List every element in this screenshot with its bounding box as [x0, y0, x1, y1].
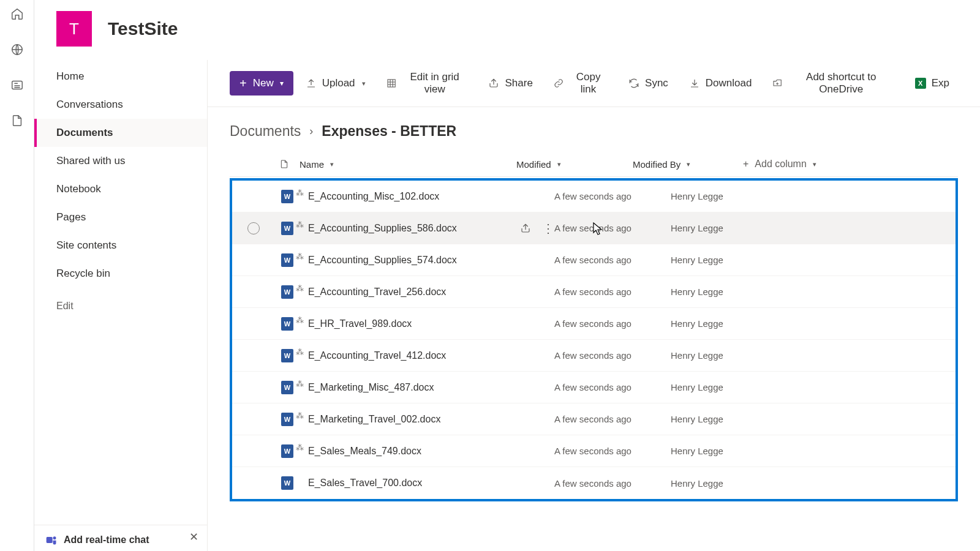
nav-edit-link[interactable]: Edit: [34, 293, 207, 320]
chevron-down-icon: ▾: [687, 160, 690, 168]
download-button[interactable]: Download: [680, 72, 761, 94]
file-modified-by: Henry Legge: [671, 223, 781, 233]
chevron-down-icon: ▾: [813, 160, 816, 168]
chevron-right-icon: ›: [309, 125, 313, 138]
site-title[interactable]: TestSite: [108, 18, 178, 39]
sync-icon: [628, 78, 639, 89]
rail-news-icon[interactable]: [10, 78, 24, 92]
nav-item-documents[interactable]: Documents: [34, 119, 207, 147]
file-modified: A few seconds ago: [554, 191, 671, 201]
command-bar: + New ▾ Upload ▾ Edit in grid view Share: [208, 60, 980, 107]
chevron-down-icon: ▾: [280, 79, 284, 88]
shortcut-icon: [772, 78, 782, 89]
excel-icon: X: [915, 78, 926, 89]
file-name[interactable]: E_Accounting_Travel_256.docx: [300, 287, 520, 298]
content-area: HomeConversationsDocumentsShared with us…: [34, 60, 980, 551]
file-name[interactable]: E_Accounting_Misc_102.docx: [300, 191, 520, 202]
copy-link-label: Copy link: [569, 71, 608, 96]
file-table: Name ▾ Modified ▾ Modified By ▾ + Add co…: [208, 152, 980, 501]
nav-item-site-contents[interactable]: Site contents: [34, 231, 207, 260]
side-navigation: HomeConversationsDocumentsShared with us…: [34, 60, 208, 551]
file-name[interactable]: E_Marketing_Travel_002.docx: [300, 414, 520, 425]
file-name[interactable]: E_Marketing_Misc_487.docx: [300, 382, 520, 393]
file-row[interactable]: ⁂E_Sales_Meals_749.docxA few seconds ago…: [232, 435, 956, 467]
file-row[interactable]: ⁂E_Accounting_Travel_412.docxA few secon…: [232, 340, 956, 372]
file-name[interactable]: E_Accounting_Supplies_586.docx: [300, 223, 520, 234]
file-row[interactable]: E_Sales_Travel_700.docxA few seconds ago…: [232, 467, 956, 499]
svg-rect-1: [12, 81, 22, 89]
upload-icon: [306, 78, 317, 89]
nav-item-shared-with-us[interactable]: Shared with us: [34, 147, 207, 175]
site-logo[interactable]: T: [56, 11, 92, 47]
file-row[interactable]: ⁂E_Accounting_Travel_256.docxA few secon…: [232, 276, 956, 308]
file-modified-by: Henry Legge: [671, 255, 781, 265]
edit-grid-label: Edit in grid view: [402, 71, 468, 96]
breadcrumb-root[interactable]: Documents: [230, 123, 301, 140]
file-row[interactable]: ⁂E_Marketing_Travel_002.docxA few second…: [232, 403, 956, 435]
file-modified-by: Henry Legge: [671, 191, 781, 201]
table-header-row: Name ▾ Modified ▾ Modified By ▾ + Add co…: [230, 152, 958, 177]
file-type-column-header[interactable]: [273, 158, 296, 170]
chat-promo-text: Add real-time chat: [64, 534, 149, 545]
file-name[interactable]: E_Accounting_Travel_412.docx: [300, 350, 520, 361]
sync-button[interactable]: Sync: [620, 72, 677, 94]
file-row[interactable]: ⁂E_Accounting_Misc_102.docxA few seconds…: [232, 181, 956, 212]
new-indicator-icon: ⁂: [296, 220, 304, 229]
download-icon: [689, 78, 700, 89]
breadcrumb-current: Expenses - BETTER: [322, 123, 456, 140]
svg-point-3: [53, 536, 56, 539]
breadcrumb: Documents › Expenses - BETTER: [208, 107, 980, 152]
copy-link-button[interactable]: Copy link: [545, 66, 616, 100]
add-column-button[interactable]: + Add column ▾: [743, 159, 853, 170]
upload-button[interactable]: Upload ▾: [297, 72, 374, 94]
rail-globe-icon[interactable]: [10, 43, 24, 56]
file-row[interactable]: ⁂E_HR_Travel_989.docxA few seconds agoHe…: [232, 308, 956, 340]
more-actions-icon[interactable]: ⋮: [542, 221, 554, 236]
file-modified-by: Henry Legge: [671, 287, 781, 297]
add-column-label: Add column: [755, 159, 807, 170]
share-row-icon[interactable]: [520, 223, 531, 234]
file-list-highlighted: ⁂E_Accounting_Misc_102.docxA few seconds…: [230, 178, 958, 501]
nav-item-conversations[interactable]: Conversations: [34, 91, 207, 119]
file-name[interactable]: E_Accounting_Supplies_574.docx: [300, 255, 520, 266]
plus-icon: +: [239, 77, 247, 89]
modified-by-column-header[interactable]: Modified By ▾: [633, 159, 743, 170]
close-icon[interactable]: ✕: [189, 530, 198, 544]
rail-file-icon[interactable]: [10, 114, 24, 127]
share-label: Share: [505, 77, 532, 89]
new-indicator-icon: ⁂: [296, 379, 304, 388]
chat-promo[interactable]: Add real-time chat ✕: [34, 525, 207, 551]
name-column-header[interactable]: Name ▾: [296, 159, 516, 170]
new-indicator-icon: ⁂: [296, 315, 304, 324]
nav-item-recycle-bin[interactable]: Recycle bin: [34, 260, 207, 288]
file-modified: A few seconds ago: [554, 414, 671, 424]
new-indicator-icon: ⁂: [296, 283, 304, 293]
file-modified: A few seconds ago: [554, 478, 671, 489]
rail-home-icon[interactable]: [10, 7, 24, 21]
file-modified-by: Henry Legge: [671, 446, 781, 456]
new-indicator-icon: ⁂: [296, 252, 304, 261]
file-name[interactable]: E_HR_Travel_989.docx: [300, 318, 520, 329]
nav-item-notebook[interactable]: Notebook: [34, 175, 207, 203]
row-select[interactable]: [232, 222, 275, 234]
add-shortcut-button[interactable]: Add shortcut to OneDrive: [764, 66, 902, 100]
modified-column-header[interactable]: Modified ▾: [516, 159, 633, 170]
file-modified-by: Henry Legge: [671, 318, 781, 329]
export-excel-button[interactable]: X Exp: [907, 72, 958, 94]
export-label: Exp: [932, 77, 949, 89]
file-modified-by: Henry Legge: [671, 382, 781, 392]
share-button[interactable]: Share: [480, 72, 541, 94]
nav-item-home[interactable]: Home: [34, 62, 207, 91]
file-name[interactable]: E_Sales_Travel_700.docx: [300, 478, 520, 489]
file-modified: A few seconds ago: [554, 287, 671, 297]
new-indicator-icon: ⁂: [296, 347, 304, 356]
teams-icon: [45, 534, 58, 546]
file-row[interactable]: ⁂E_Accounting_Supplies_586.docx⋮A few se…: [232, 212, 956, 244]
nav-item-pages[interactable]: Pages: [34, 203, 207, 231]
file-name[interactable]: E_Sales_Meals_749.docx: [300, 446, 520, 457]
new-button[interactable]: + New ▾: [230, 71, 293, 96]
chevron-down-icon: ▾: [557, 160, 561, 168]
file-row[interactable]: ⁂E_Marketing_Misc_487.docxA few seconds …: [232, 372, 956, 403]
edit-grid-button[interactable]: Edit in grid view: [378, 66, 477, 100]
file-row[interactable]: ⁂E_Accounting_Supplies_574.docxA few sec…: [232, 244, 956, 276]
